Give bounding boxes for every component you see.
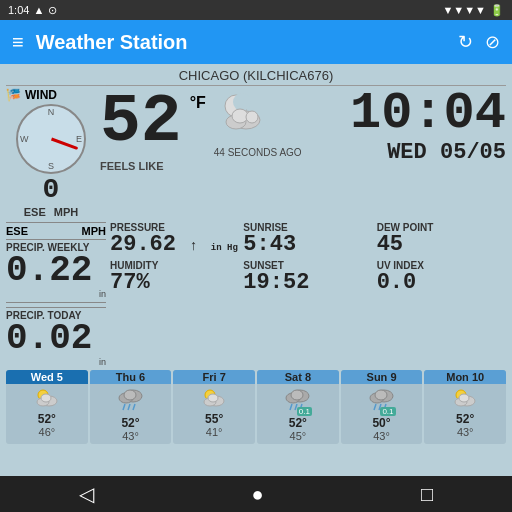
svg-point-1 [233,93,251,111]
svg-line-23 [290,404,292,410]
wind-dir: ESE [24,206,46,218]
pressure-col: PRESSURE 29.62 ↑ in Hg HUMIDITY 77% [110,222,239,295]
mph-label: MPH [82,225,106,237]
svg-point-19 [208,394,218,402]
forecast-day-5: Mon 10 52° 43° [424,370,506,444]
fc-icon-wrap [117,386,145,416]
pressure-arrow: ↑ [189,238,197,254]
forecast-day-0: Wed 5 52° 46° [6,370,88,444]
fc-day-label: Sat 8 [257,370,339,384]
wind-speed-unit: MPH [54,206,78,218]
stats-row: ESE MPH PRECIP. WEEKLY 0.22 in PRECIP. T… [6,222,506,367]
fc-icon-wrap [451,386,479,412]
status-right: ▼▼▼▼ 🔋 [442,4,504,17]
fc-high: 52° [258,416,338,430]
main-content: CHICAGO (KILCHICA676) 🎏 WIND N S E W 0 E… [0,64,512,476]
temp-row: 52 °F [100,88,346,158]
fc-icon-wrap [33,386,61,412]
sunrise-value: 5:43 [243,233,372,257]
precip-weekly-val: 0.22 [6,253,106,289]
top-section: 🎏 WIND N S E W 0 ESE MPH 52 [6,88,506,218]
fc-day-label: Wed 5 [6,370,88,384]
fc-low: 43° [91,430,171,442]
precip-today-value: 0.02 [6,318,92,359]
forecast-svg [33,386,61,408]
fc-high: 55° [174,412,254,426]
svg-point-28 [375,390,387,400]
weather-svg [214,92,270,136]
battery-icon: 🔋 [490,4,504,17]
fc-icon-wrap [200,386,228,412]
fc-icon-wrap: 0.1 [368,386,396,416]
pressure-val: 29.62 [110,232,176,257]
signal-icon: ▼▼▼▼ [442,4,486,16]
forecast-day-2: Fri 7 55° 41° [173,370,255,444]
offline-icon[interactable]: ⊘ [485,31,500,53]
fc-low: 43° [425,426,505,438]
left-panel: ESE MPH PRECIP. WEEKLY 0.22 in PRECIP. T… [6,222,106,367]
date-display: WED 05/05 [350,140,506,165]
fc-icon-wrap: 0.1 [284,386,312,416]
back-button[interactable]: ◁ [79,482,94,506]
wind-compass: N S E W [16,104,86,174]
status-time: 1:04 [8,4,29,16]
app-bar-icons: ↻ ⊘ [458,31,500,53]
recents-button[interactable]: □ [421,483,433,506]
forecast-section: Wed 5 52° 46° Thu 6 [6,370,506,444]
precip-weekly-value: 0.22 [6,250,92,291]
ago-text: 44 SECONDS AGO [214,147,302,158]
home-button[interactable]: ● [251,483,263,506]
wind-section: 🎏 WIND N S E W 0 ESE MPH [6,88,96,218]
compass-e: E [76,134,82,144]
feels-like: FEELS LIKE [100,160,346,172]
svg-point-5 [246,111,258,123]
menu-icon[interactable]: ≡ [12,31,24,54]
forecast-day-3: Sat 8 0.1 52° 45° [257,370,339,444]
pressure-value: 29.62 ↑ in Hg [110,233,239,257]
dew-value: 45 [377,233,506,257]
fc-high: 50° [342,416,422,430]
status-left: 1:04 ▲ ⊙ [8,4,57,17]
wind-dir-speed: ESE MPH [6,206,96,218]
fc-low: 43° [342,430,422,442]
forecast-days: Wed 5 52° 46° Thu 6 [6,370,506,444]
forecast-svg [200,386,228,408]
precip-today-val: 0.02 [6,321,106,357]
uv-value: 0.0 [377,271,506,295]
status-icon2: ⊙ [48,4,57,17]
middle-stats-row1: PRESSURE 29.62 ↑ in Hg HUMIDITY 77% SUNR… [110,222,506,295]
humidity-unit: % [136,270,149,295]
temperature: 52 [100,88,182,156]
svg-point-35 [459,394,469,402]
right-stats: PRESSURE 29.62 ↑ in Hg HUMIDITY 77% SUNR… [110,222,506,367]
wind-dir-row: ESE MPH [6,222,106,237]
svg-point-22 [291,390,303,400]
status-icon1: ▲ [33,4,44,16]
nav-bar: ◁ ● □ [0,476,512,512]
pressure-unit: in Hg [211,243,238,253]
center-section: 52 °F [96,88,350,172]
fc-low: 46° [7,426,87,438]
fc-low: 45° [258,430,338,442]
clock-section: 10:04 WED 05/05 [350,88,506,165]
app-bar: ≡ Weather Station ↻ ⊘ [0,20,512,64]
fc-high: 52° [7,412,87,426]
refresh-icon[interactable]: ↻ [458,31,473,53]
weather-icon-area: 44 SECONDS AGO [214,92,302,158]
forecast-day-1: Thu 6 52° 43° [90,370,172,444]
fc-day-label: Fri 7 [173,370,255,384]
sunset-value: 19:52 [243,271,372,295]
svg-line-15 [133,404,135,410]
svg-point-9 [41,394,51,402]
humidity-val: 77 [110,270,136,295]
divider1 [6,302,106,303]
svg-line-14 [128,404,130,410]
forecast-svg [117,386,145,412]
fc-high: 52° [425,412,505,426]
temp-unit: °F [190,94,206,112]
forecast-day-4: Sun 9 0.1 50° 43° [341,370,423,444]
dew-col: DEW POINT 45 UV INDEX 0.0 [377,222,506,295]
svg-line-13 [123,404,125,410]
status-bar: 1:04 ▲ ⊙ ▼▼▼▼ 🔋 [0,0,512,20]
compass-w: W [20,134,29,144]
